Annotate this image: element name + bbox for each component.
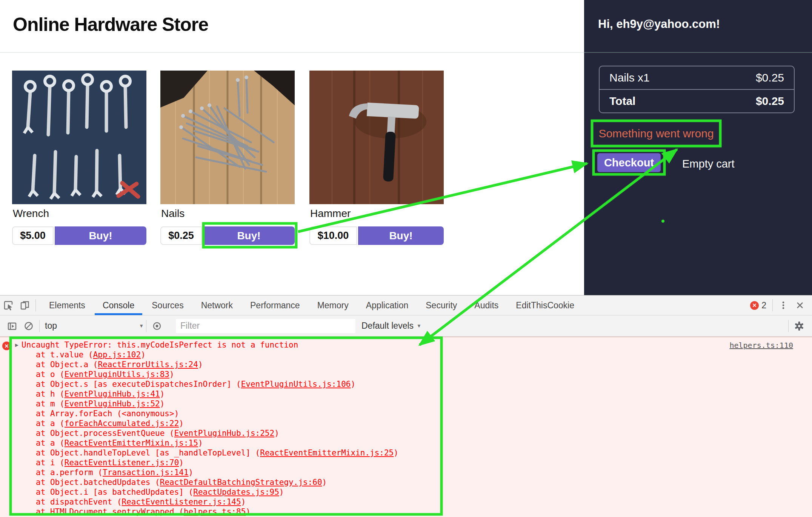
product-price: $0.25 [160,226,202,245]
filter-input[interactable] [176,319,355,333]
error-badge-icon: ✕ [750,301,759,310]
buy-button-wrench[interactable]: Buy! [55,226,146,245]
tab-audits[interactable]: Audits [466,295,507,315]
empty-cart-button[interactable]: Empty cart [682,158,735,170]
cart-item-price: $0.25 [756,95,784,108]
cart-panel: Hi, eh9y@yahoo.com! Nails x1$0.25Total$0… [584,0,812,295]
stack-frame: at Object.handleTopLevel [as _handleTopL… [15,448,398,458]
error-icon: ✕ [2,342,11,350]
settings-gear-icon[interactable] [791,318,807,334]
stack-frame: at dispatchEvent (ReactEventListener.js:… [15,497,398,507]
console-sidebar-toggle-icon[interactable] [4,318,20,334]
tab-memory[interactable]: Memory [309,295,357,315]
product-card-nails: Nails$0.25Buy! [160,71,295,204]
console-source-link[interactable]: helpers.ts:110 [729,341,793,350]
error-count-badge[interactable]: ✕ 2 [750,300,766,311]
product-image-hammer [309,71,444,204]
tab-sources[interactable]: Sources [143,295,192,315]
devtools-panel: ElementsConsoleSourcesNetworkPerformance… [0,295,812,517]
inspect-element-icon[interactable] [0,297,17,314]
stack-file-link[interactable]: Transaction.js:141 [103,468,189,477]
close-devtools-icon[interactable] [792,297,808,314]
tab-console[interactable]: Console [94,295,143,315]
buy-button-nails[interactable]: Buy! [203,226,295,245]
separator [772,299,773,311]
console-error-row: ▶Uncaught TypeError: this.myCodeIsPerfec… [15,340,398,350]
page-title: Online Hardware Store [13,14,208,35]
page: Online Hardware Store Wrench$5.00Buy! [0,0,812,517]
stack-file-link[interactable]: EventPluginHub.js:252 [174,429,275,438]
error-count: 2 [761,300,766,311]
log-levels-dropdown[interactable]: Default levels ▼ [361,321,421,331]
product-image-wrench [12,71,146,204]
stack-file-link[interactable]: ReactUpdates.js:95 [193,488,279,497]
tabbar-right: ✕ 2 [750,297,812,314]
stack-file-link[interactable]: EventPluginHub.js:52 [65,399,160,408]
stack-frame: at m (EventPluginHub.js:52) [15,399,398,409]
stack-trace: at t.value (App.js:102)at Object.a (Reac… [15,350,398,517]
checkout-button[interactable]: Checkout [597,153,661,172]
cart-item-price: $0.25 [756,71,784,84]
cart-row: Nails x1$0.25 [600,66,794,89]
product-name: Wrench [13,208,49,220]
stack-file-link[interactable]: EventPluginUtils.js:106 [241,380,351,389]
price-row: $5.00Buy! [12,226,146,245]
tab-elements[interactable]: Elements [40,295,94,315]
stack-file-link[interactable]: App.js:102 [93,350,141,359]
stack-file-link[interactable]: helpers.ts:85 [184,507,246,516]
stack-file-link[interactable]: EventPluginUtils.js:83 [65,370,169,379]
product-name: Nails [161,208,185,220]
stack-frame: at h (EventPluginHub.js:41) [15,389,398,399]
separator [146,320,146,332]
stack-file-link[interactable]: ReactErrorUtils.js:24 [98,360,198,369]
stack-file-link[interactable]: ReactDefaultBatchingStrategy.js:60 [160,478,322,487]
stack-frame: at Object.processEventQueue (EventPlugin… [15,428,398,438]
chevron-down-icon: ▼ [139,323,144,329]
tab-network[interactable]: Network [192,295,241,315]
product-card-hammer: Hammer$10.00Buy! [309,71,444,204]
tab-application[interactable]: Application [357,295,417,315]
stack-frame: at Array.forEach (<anonymous>) [15,409,398,419]
stack-file-link[interactable]: ReactEventListener.js:70 [65,458,179,467]
context-selector[interactable]: top ▼ [45,321,144,331]
expand-triangle-icon[interactable]: ▶ [15,340,18,350]
tab-performance[interactable]: Performance [241,295,309,315]
context-label: top [45,321,57,331]
stack-file-link[interactable]: EventPluginHub.js:41 [65,389,160,399]
console-error-message: Uncaught TypeError: this.myCodeIsPerfect… [22,340,298,349]
devtools-tabbar: ElementsConsoleSourcesNetworkPerformance… [0,295,812,315]
product-name: Hammer [310,208,351,220]
stack-file-link[interactable]: ReactEventEmitterMixin.js:25 [260,448,394,457]
clear-console-icon[interactable] [20,318,37,334]
tab-security[interactable]: Security [417,295,466,315]
stack-file-link[interactable]: ReactEventEmitterMixin.js:15 [65,439,198,448]
price-row: $10.00Buy! [309,226,444,245]
header-divider [0,52,584,53]
device-toolbar-icon[interactable] [17,297,33,314]
stack-frame: at Object.batchedUpdates (ReactDefaultBa… [15,477,398,487]
buy-button-hammer[interactable]: Buy! [358,226,444,245]
separator [35,299,36,311]
stack-file-link[interactable]: ReactEventListener.js:145 [122,497,241,506]
product-price: $10.00 [309,226,357,245]
product-image-nails [160,71,295,204]
cart-table: Nails x1$0.25Total$0.25 [599,66,795,113]
live-expression-eye-icon[interactable] [149,318,165,334]
stack-frame: at a.perform (Transaction.js:141) [15,468,398,477]
stack-frame: at a (forEachAccumulated.js:22) [15,419,398,428]
log-levels-label: Default levels [361,321,414,331]
stack-frame: at a (ReactEventEmitterMixin.js:15) [15,438,398,448]
stack-frame: at o (EventPluginUtils.js:83) [15,369,398,379]
stack-file-link[interactable]: forEachAccumulated.js:22 [65,419,179,428]
console-log-area: ✕ ▶Uncaught TypeError: this.myCodeIsPerf… [0,337,812,517]
stack-frame: at i (ReactEventListener.js:70) [15,458,398,468]
more-options-icon[interactable] [775,297,792,314]
stack-frame: at Object.s [as executeDispatchesInOrder… [15,379,398,389]
separator [788,320,789,332]
chevron-down-icon: ▼ [417,323,421,329]
tab-editthiscookie[interactable]: EditThisCookie [507,295,583,315]
stack-frame: at Object.i [as batchedUpdates] (ReactUp… [15,487,398,497]
separator [39,320,40,332]
stack-frame: at Object.a (ReactErrorUtils.js:24) [15,360,398,369]
stack-frame: at t.value (App.js:102) [15,350,398,360]
